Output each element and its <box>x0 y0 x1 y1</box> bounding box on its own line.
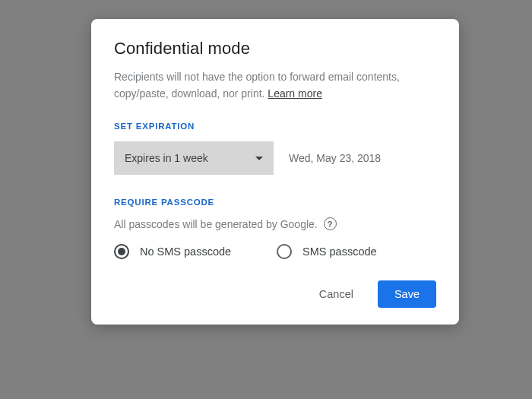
radio-sms-passcode[interactable]: SMS passcode <box>277 244 377 259</box>
radio-icon <box>277 244 292 259</box>
radio-no-sms-passcode[interactable]: No SMS passcode <box>114 244 231 259</box>
require-passcode-label: REQUIRE PASSCODE <box>114 198 436 207</box>
expiration-dropdown-value: Expires in 1 week <box>125 152 208 164</box>
save-button[interactable]: Save <box>378 280 436 308</box>
dialog-actions: Cancel Save <box>114 280 436 308</box>
cancel-button[interactable]: Cancel <box>309 280 364 308</box>
radio-icon <box>114 244 129 259</box>
passcode-options: No SMS passcode SMS passcode <box>114 244 436 259</box>
expiration-date: Wed, May 23, 2018 <box>289 152 381 164</box>
radio-label-no-sms: No SMS passcode <box>140 245 231 258</box>
passcode-description-row: All passcodes will be generated by Googl… <box>114 217 436 230</box>
dialog-title: Confidential mode <box>114 39 436 59</box>
confidential-mode-dialog: Confidential mode Recipients will not ha… <box>91 19 459 325</box>
set-expiration-label: SET EXPIRATION <box>114 122 436 131</box>
description-text: Recipients will not have the option to f… <box>114 71 400 100</box>
learn-more-link[interactable]: Learn more <box>268 87 322 100</box>
help-icon[interactable]: ? <box>324 217 337 230</box>
expiration-dropdown[interactable]: Expires in 1 week <box>114 141 274 175</box>
passcode-description: All passcodes will be generated by Googl… <box>114 218 318 230</box>
chevron-down-icon <box>255 157 263 160</box>
radio-label-sms: SMS passcode <box>302 245 377 258</box>
dialog-description: Recipients will not have the option to f… <box>114 69 436 102</box>
expiration-row: Expires in 1 week Wed, May 23, 2018 <box>114 141 436 175</box>
